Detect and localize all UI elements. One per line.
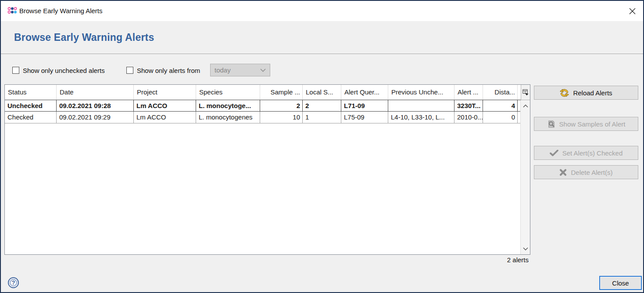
column-header-0[interactable]: Status xyxy=(5,85,57,100)
table-cell: Unchecked xyxy=(5,100,57,111)
table-body: Unchecked09.02.2021 09:28Lm ACCOL. monoc… xyxy=(5,100,521,123)
action-button-label: Delete Alert(s) xyxy=(571,169,612,176)
samples-icon xyxy=(547,120,555,128)
alerts-from-value: today xyxy=(211,66,260,74)
page-title: Browse Early Warning Alerts xyxy=(14,32,154,43)
column-header-4[interactable]: Sample ... xyxy=(260,85,303,100)
title-bar[interactable]: Browse Early Warning Alerts xyxy=(1,1,643,21)
column-header-1[interactable]: Date xyxy=(57,85,134,100)
close-button[interactable]: Close xyxy=(599,276,642,290)
help-icon[interactable]: ? xyxy=(8,277,19,288)
table-cell: L. monocytogenes xyxy=(196,112,260,123)
column-header-2[interactable]: Project xyxy=(134,85,196,100)
show-unchecked-label: Show only unchecked alerts xyxy=(23,67,105,74)
table-cell: L71-09 xyxy=(341,100,388,111)
filter-show-unchecked: Show only unchecked alerts xyxy=(12,66,105,75)
close-icon[interactable] xyxy=(623,2,641,20)
dialog-header-band: Browse Early Warning Alerts xyxy=(1,21,643,54)
filter-show-from: Show only alerts from xyxy=(126,66,200,75)
table-cell: L75-09 xyxy=(341,112,388,123)
table-row[interactable]: Unchecked09.02.2021 09:28Lm ACCOL. monoc… xyxy=(5,100,521,112)
action-buttons: Reload AlertsShow Samples of AlertSet Al… xyxy=(534,84,638,185)
alerts-grid: StatusDateProjectSpeciesSample ...Local … xyxy=(5,85,521,254)
action-button-label: Show Samples of Alert xyxy=(559,120,626,128)
table-cell: 10 xyxy=(260,112,303,123)
column-header-6[interactable]: Alert Quer... xyxy=(341,85,388,100)
show-from-checkbox[interactable] xyxy=(126,67,133,74)
table-cell: 2010-0... xyxy=(454,112,483,123)
delete-icon xyxy=(559,169,567,176)
show-unchecked-checkbox[interactable] xyxy=(12,67,19,74)
column-header-7[interactable]: Previous Unche... xyxy=(388,85,454,100)
table-cell: 3230T... xyxy=(454,100,483,111)
alerts-table: StatusDateProjectSpeciesSample ...Local … xyxy=(4,84,530,255)
table-cell: 1 xyxy=(303,112,341,123)
browse-early-warning-alerts-dialog: Browse Early Warning Alerts Browse Early… xyxy=(0,0,644,293)
window-title: Browse Early Warning Alerts xyxy=(19,1,103,21)
table-cell: Lm ACCO xyxy=(134,112,196,123)
delete-alerts-button[interactable]: Delete Alert(s) xyxy=(534,165,638,179)
alerts-from-dropdown[interactable]: today xyxy=(210,64,270,76)
table-cell: L. monocytoge... xyxy=(196,100,260,111)
table-cell: L4-10, L33-10, L... xyxy=(388,112,454,123)
chevron-down-icon xyxy=(260,69,266,72)
table-header-row: StatusDateProjectSpeciesSample ...Local … xyxy=(5,85,521,100)
reload-alerts-button[interactable]: Reload Alerts xyxy=(534,86,638,100)
table-cell: 09.02.2021 09:28 xyxy=(57,100,134,111)
column-header-9[interactable]: Dista... xyxy=(483,85,518,100)
column-chooser-icon[interactable] xyxy=(521,85,530,100)
action-button-label: Reload Alerts xyxy=(573,89,612,97)
column-header-8[interactable]: Alert ... xyxy=(454,85,483,100)
app-logo-icon xyxy=(7,7,17,14)
vertical-scrollbar[interactable] xyxy=(520,100,530,254)
column-header-5[interactable]: Local S... xyxy=(303,85,341,100)
table-cell: 2 xyxy=(303,100,341,111)
table-cell: 4 xyxy=(483,100,518,111)
table-cell: 2 xyxy=(260,100,303,111)
table-cell: 0 xyxy=(483,112,518,123)
alerts-count-label: 2 alerts xyxy=(507,256,529,264)
table-cell: Checked xyxy=(5,112,57,123)
scroll-up-icon[interactable] xyxy=(521,101,530,110)
scroll-down-icon[interactable] xyxy=(521,244,530,253)
table-cell: 09.02.2021 09:29 xyxy=(57,112,134,123)
column-header-3[interactable]: Species xyxy=(196,85,260,100)
check-icon xyxy=(550,150,558,156)
set-checked-button[interactable]: Set Alert(s) Checked xyxy=(534,146,638,160)
table-cell: Lm ACCO xyxy=(134,100,196,111)
reload-icon xyxy=(560,89,569,97)
show-samples-button[interactable]: Show Samples of Alert xyxy=(534,117,638,131)
table-cell xyxy=(388,100,454,111)
action-button-label: Set Alert(s) Checked xyxy=(562,149,623,157)
table-row[interactable]: Checked09.02.2021 09:29Lm ACCOL. monocyt… xyxy=(5,112,521,123)
show-from-label: Show only alerts from xyxy=(137,67,200,74)
